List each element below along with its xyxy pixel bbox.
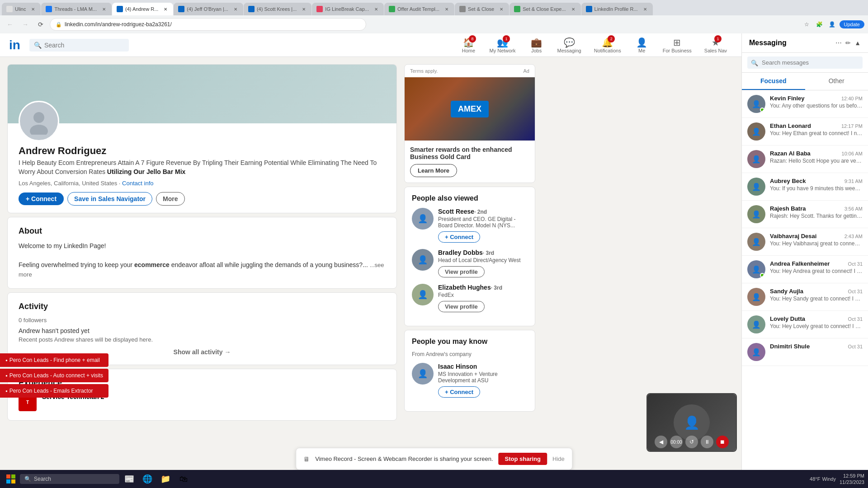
nav-item-home[interactable]: 🏠8Home [455, 35, 482, 55]
msg-preview-8: You: Hey Lovely great to connect! I noti… [770, 323, 863, 329]
profile-name: Andrew Rodriguez [19, 145, 386, 157]
browser-tab-scott[interactable]: (4) Scott Krees |... ✕ [244, 3, 311, 15]
messaging-search[interactable]: 🔍 [742, 53, 868, 73]
person-btn-2[interactable]: View profile [438, 301, 485, 312]
taskbar-clock: 12:59 PM 11/23/2023 [840, 473, 864, 486]
person-may-know-title-0: MS Innovation + Venture Development at A… [438, 371, 528, 384]
browser-tab-ig[interactable]: IG LineBreak Cap... ✕ [312, 3, 384, 15]
msg-content-1: Ethan Leonard 12:17 PM You: Hey Ethan gr… [770, 122, 863, 136]
tab-focused[interactable]: Focused [742, 73, 805, 90]
msg-name-8: Lovely Dutta [770, 315, 805, 322]
connect-button[interactable]: + Connect [19, 192, 64, 205]
conversation-item-6[interactable]: 👤 Andrea Falkenheimer Oct 31 You: Hey An… [742, 256, 868, 283]
start-button[interactable] [4, 472, 18, 486]
messaging-collapse-icon[interactable]: ▲ [854, 39, 861, 47]
profile-icon[interactable]: 👤 [827, 19, 838, 30]
nav-item-messaging[interactable]: 💬Messaging [552, 35, 587, 55]
tab-other[interactable]: Other [805, 73, 868, 90]
extensions-icon[interactable]: 🧩 [814, 19, 825, 30]
nav-item-notifications[interactable]: 🔔2Notifications [589, 35, 627, 55]
address-bar[interactable]: 🔒 linkedin.com/in/andrew-rodriguez-ba2a3… [50, 18, 366, 31]
browser-tab-offer[interactable]: Offer Audit Templ... ✕ [384, 3, 454, 15]
nav-item-business[interactable]: ⊞For Business [657, 35, 697, 55]
nav-item-jobs[interactable]: 💼Jobs [523, 35, 550, 55]
conversation-item-7[interactable]: 👤 Sandy Aujla Oct 31 You: Hey Sandy grea… [742, 283, 868, 311]
msg-preview-6: You: Hey Andrea great to connect! I noti… [770, 268, 863, 274]
nav-item-network[interactable]: 👥1My Network [484, 35, 521, 55]
msg-name-3: Aubrey Beck [770, 178, 806, 184]
forward-btn[interactable]: → [19, 18, 32, 31]
msg-time-8: Oct 31 [848, 316, 863, 322]
conversation-item-4[interactable]: 👤 Rajesh Batra 3:56 AM Rajesh: Hey Scott… [742, 201, 868, 228]
ext-btn-2[interactable]: Pero Con Leads - Auto connect + visits [0, 369, 108, 382]
svg-rect-5 [11, 479, 15, 483]
screen-share-icon: 🖥 [303, 455, 310, 463]
headline-bold: Utilizing Our Jello Bar Mix [107, 168, 185, 175]
vc-pause-btn[interactable]: ⏸ [701, 436, 713, 448]
conversation-item-1[interactable]: 👤 Ethan Leonard 12:17 PM You: Hey Ethan … [742, 118, 868, 145]
conversation-item-9[interactable]: 👤 Dnimitri Shule Oct 31 [742, 338, 868, 366]
vc-prev-btn[interactable]: ◀ [655, 436, 667, 448]
svg-rect-4 [6, 479, 10, 483]
conversation-item-8[interactable]: 👤 Lovely Dutta Oct 31 You: Hey Lovely gr… [742, 311, 868, 338]
msg-content-7: Sandy Aujla Oct 31 You: Hey Sandy great … [770, 288, 863, 302]
person-btn-0[interactable]: + Connect [438, 231, 480, 243]
person-name-1: Bradley Dobbs· 3rd [438, 249, 528, 256]
more-button[interactable]: More [156, 192, 184, 206]
search-input[interactable] [44, 42, 124, 49]
vc-refresh-btn[interactable]: ↺ [685, 436, 698, 448]
ext-btn-1[interactable]: Pero Con Leads - Find phone + email [0, 353, 108, 367]
browser-tab-ulinc[interactable]: Ulinc ✕ [2, 3, 41, 15]
back-btn[interactable]: ← [4, 18, 16, 31]
person-avatar-1: 👤 [412, 249, 434, 271]
taskbar-search[interactable]: 🔍 Search [20, 474, 119, 484]
conversation-item-0[interactable]: 👤 Kevin Finley 12:40 PM You: Any other q… [742, 90, 868, 118]
msg-time-9: Oct 31 [848, 344, 863, 349]
browser-tab-set2[interactable]: Set & Close Expe... ✕ [509, 3, 580, 15]
person-btn-1[interactable]: View profile [438, 266, 485, 277]
stop-sharing-button[interactable]: Stop sharing [499, 453, 547, 465]
ad-cta-button[interactable]: Learn More [410, 164, 457, 177]
taskbar-explorer[interactable]: 📁 [158, 472, 173, 486]
taskbar-edge[interactable]: 🌐 [140, 472, 155, 486]
browser-tab-jeff[interactable]: (4) Jeff O'Bryan |... ✕ [174, 3, 243, 15]
messaging-options-icon[interactable]: ⋯ [835, 39, 842, 47]
nav-badge-notifications: 2 [608, 35, 615, 42]
browser-tab-set[interactable]: Set & Close ✕ [455, 3, 509, 15]
ext-btn-3[interactable]: Pero Con Leads - Emails Extractor [0, 384, 108, 398]
people-you-may-know-title: People you may know [412, 338, 528, 346]
taskbar-widgets[interactable]: 📰 [122, 472, 137, 486]
update-button[interactable]: Update [840, 20, 864, 28]
linkedin-logo[interactable]: in [9, 38, 20, 52]
people-also-viewed-list: 👤 Scott Reese· 2nd President and CEO. GE… [412, 208, 528, 312]
save-sales-nav-button[interactable]: Save in Sales Navigator [67, 192, 152, 206]
hide-share-button[interactable]: Hide [552, 455, 565, 462]
contact-info-link[interactable]: Contact info [122, 180, 153, 187]
msg-preview-3: You: If you have 9 minutes this week for… [770, 185, 863, 192]
video-call-controls: ◀ 00:00 ↺ ⏸ ⏹ [655, 436, 729, 448]
nav-item-salesnav[interactable]: ★1Sales Nav [699, 35, 732, 55]
conversation-item-2[interactable]: 👤 Razan Al Baba 10:06 AM Razan: Hello Sc… [742, 145, 868, 173]
messaging-search-input[interactable] [747, 56, 863, 69]
msg-preview-0: You: Any other questions for us before g… [770, 103, 863, 109]
browser-tab-andrew[interactable]: (4) Andrew R... ✕ [112, 3, 173, 15]
reload-btn[interactable]: ⟳ [34, 18, 47, 31]
taskbar-store[interactable]: 🛍 [176, 472, 191, 486]
vc-stop-btn[interactable]: ⏹ [716, 436, 729, 448]
nav-item-me[interactable]: 👤Me [628, 35, 656, 55]
person-may-know-btn-0[interactable]: + Connect [438, 386, 480, 398]
msg-time-7: Oct 31 [848, 289, 863, 294]
search-box[interactable]: 🔍 [29, 39, 129, 52]
nav-icon-home: 🏠8 [463, 37, 474, 48]
bookmark-icon[interactable]: ☆ [802, 19, 812, 30]
address-text: linkedin.com/in/andrew-rodriguez-ba2a326… [65, 21, 172, 28]
screen-share-text: Vimeo Record - Screen & Webcam Recorder … [315, 455, 493, 462]
msg-preview-2: Razan: Hello Scott Hope you are very wel… [770, 158, 863, 164]
browser-tab-li[interactable]: LinkedIn Profile R... ✕ [581, 3, 653, 15]
conversation-item-5[interactable]: 👤 Vaibhavraj Desai 2:43 AM You: Hey Vaib… [742, 228, 868, 256]
conversation-item-3[interactable]: 👤 Aubrey Beck 9:31 AM You: If you have 9… [742, 173, 868, 201]
browser-tab-threads[interactable]: Threads - LMA M... ✕ [41, 3, 112, 15]
messaging-compose-icon[interactable]: ✏ [845, 39, 851, 47]
location-text: Los Angeles, California, United States [19, 180, 117, 187]
msg-time-1: 12:17 PM [841, 123, 863, 129]
